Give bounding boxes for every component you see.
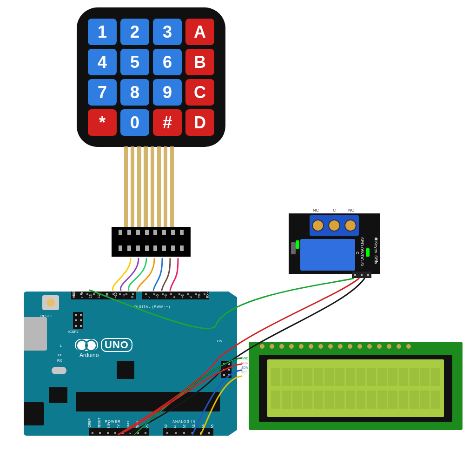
- tx-label: TX: [57, 353, 62, 357]
- lcd-row-1: [271, 368, 440, 386]
- analog-label: ANALOG IN: [172, 419, 196, 424]
- lcd-i2c-pin-labels: GND VCC SDA SCL: [241, 357, 249, 374]
- power-pin-labels: IOREFRESET3.3V5VGNDGNDVin: [88, 425, 148, 429]
- icsp2-label: ICSP2: [68, 330, 79, 334]
- relay-led-signal: [366, 248, 370, 257]
- analog-header: [163, 428, 213, 438]
- relay-led-on: [296, 240, 299, 249]
- digital-label: DIGITAL (PWM=~): [134, 305, 171, 309]
- keypad-key-5[interactable]: 5: [120, 49, 149, 75]
- keypad-ribbon-cable: [124, 146, 179, 228]
- brand-label: Arduino: [79, 352, 99, 358]
- relay-term-nc: NC: [313, 208, 319, 212]
- analog-pin-labels: A0A1A2A3A4A5: [164, 425, 213, 429]
- infinity-logo-icon: [75, 339, 98, 351]
- power-jack: [17, 402, 44, 425]
- lcd-glass: [267, 359, 444, 417]
- relay-coil-block: [300, 239, 355, 271]
- lcd-16x2-i2c: GND VCC SDA SCL: [249, 342, 463, 430]
- arduino-uno: RESET ICSP2 AREFGND1312~11~10~987~6~54~3…: [24, 292, 237, 436]
- reset-label: RESET: [40, 314, 52, 318]
- keypad-key-A[interactable]: A: [185, 19, 214, 45]
- reset-button[interactable]: [42, 295, 59, 310]
- rx-label: RX: [57, 358, 62, 363]
- arduino-brand: UNO: [75, 338, 132, 352]
- usb-port: [15, 317, 47, 351]
- keypad-keys: 123A456B789C*0#D: [88, 19, 214, 136]
- relay-pin-hint: ON Led S + -: [291, 276, 318, 280]
- l-led-label: L: [60, 344, 62, 348]
- relay-term-no: NO: [348, 208, 355, 212]
- keypad-key-D[interactable]: D: [185, 109, 214, 136]
- crystal-oscillator: [52, 367, 66, 374]
- lcd-solder-pads: [260, 344, 411, 349]
- relay-brand-label: Keyes_SRly: [373, 237, 378, 269]
- keypad-key-3[interactable]: 3: [153, 19, 182, 45]
- power-header: [89, 428, 149, 438]
- keypad-key-2[interactable]: 2: [120, 19, 149, 45]
- digital-pin-labels: AREFGND1312~11~10~987~6~54~32TX→1RX←0: [72, 298, 209, 301]
- model-label: UNO: [101, 338, 132, 352]
- keypad-key-7[interactable]: 7: [88, 79, 117, 106]
- circuit-diagram: 123A456B789C*0#D NC C NO SRD-05VDC-SL-C …: [0, 0, 476, 451]
- keypad-key-4[interactable]: 4: [88, 49, 117, 75]
- keypad-key-*[interactable]: *: [88, 109, 117, 136]
- power-label: POWER: [105, 419, 120, 424]
- relay-screw-terminal: [310, 215, 359, 236]
- relay-jumper: [375, 238, 377, 240]
- keypad-header-connector: [112, 227, 191, 257]
- keypad-key-9[interactable]: 9: [153, 79, 182, 106]
- keypad-key-B[interactable]: B: [185, 49, 214, 75]
- keypad-key-6[interactable]: 6: [153, 49, 182, 75]
- lcd-row-2: [271, 391, 440, 409]
- icsp-header: [73, 312, 83, 329]
- atmega-secondary-chip: [117, 361, 134, 379]
- relay-header-pins: [352, 272, 371, 278]
- keypad-key-#[interactable]: #: [153, 109, 182, 136]
- keypad-key-1[interactable]: 1: [88, 19, 117, 45]
- relay-term-c: C: [333, 208, 336, 212]
- atmega-main-chip: [76, 392, 220, 411]
- keypad-4x4: 123A456B789C*0#D: [77, 7, 225, 147]
- lcd-frame: [259, 355, 452, 422]
- keypad-key-C[interactable]: C: [185, 79, 214, 106]
- icsp-header-2: [221, 361, 231, 378]
- keypad-key-8[interactable]: 8: [120, 79, 149, 106]
- keypad-key-0[interactable]: 0: [120, 109, 149, 136]
- relay-transistor: [291, 242, 296, 254]
- voltage-regulator: [49, 387, 67, 403]
- relay-model-label: SRD-05VDC-SL-C: [359, 237, 364, 269]
- on-led-label: ON: [217, 339, 222, 343]
- relay-module: NC C NO SRD-05VDC-SL-C Keyes_SRly ON Led…: [289, 213, 380, 274]
